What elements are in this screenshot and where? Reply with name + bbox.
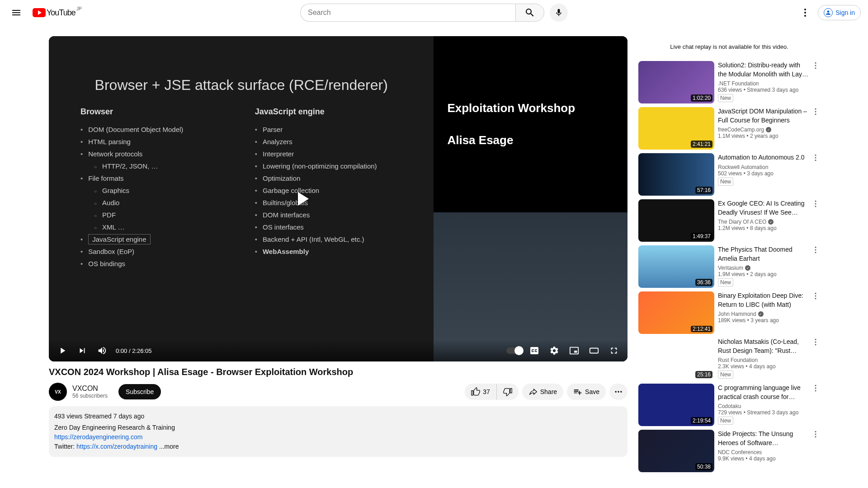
related-item[interactable]: 50:38 Side Projects: The Unsung Heroes o… — [638, 430, 820, 472]
settings-menu-button[interactable] — [796, 4, 814, 22]
related-item[interactable]: 1:02:20 Solution2: Distribu-ready with t… — [638, 61, 820, 103]
desc-link-1[interactable]: https://zerodayengineering.com — [54, 433, 142, 441]
more-actions-button[interactable] — [609, 384, 627, 400]
like-button[interactable]: 37 — [465, 384, 497, 400]
related-channel[interactable]: Rust Foundation — [718, 357, 809, 363]
related-menu-button[interactable] — [811, 245, 820, 256]
related-menu-button[interactable] — [811, 384, 820, 394]
related-title[interactable]: Side Projects: The Unsung Heroes of Soft… — [718, 430, 809, 447]
related-info: Side Projects: The Unsung Heroes of Soft… — [718, 430, 820, 472]
related-channel[interactable]: Codotaku — [718, 403, 809, 409]
related-title[interactable]: C programming language live practical cr… — [718, 384, 809, 401]
thumbnail[interactable]: 2:12:41 — [638, 291, 714, 334]
related-info: C programming language live practical cr… — [718, 384, 820, 426]
thumbnail[interactable]: 2:41:21 — [638, 107, 714, 150]
signin-button[interactable]: Sign in — [818, 5, 861, 20]
related-item[interactable]: 1:49:37 Ex Google CEO: AI Is Creating De… — [638, 199, 820, 242]
next-control[interactable] — [74, 343, 90, 359]
related-item[interactable]: 2:12:41 Binary Exploitation Deep Dive: R… — [638, 291, 820, 334]
channel-avatar[interactable]: VX — [49, 383, 67, 401]
related-channel[interactable]: freeCodeCamp.org ✓ — [718, 127, 809, 133]
thumbnail[interactable]: 25:16 — [638, 338, 714, 380]
fullscreen-icon — [609, 346, 619, 356]
play-button[interactable] — [298, 192, 309, 206]
kebab-icon — [811, 384, 820, 393]
dislike-button[interactable] — [497, 384, 519, 400]
thumbnail[interactable]: 1:49:37 — [638, 199, 714, 242]
svg-point-24 — [815, 298, 816, 299]
svg-point-22 — [815, 293, 816, 294]
show-more-button[interactable]: ...more — [159, 443, 179, 450]
related-meta: 9.9K views • 4 days ago — [718, 455, 809, 462]
desc-link-2[interactable]: https://x.com/zerodaytraining — [76, 443, 157, 450]
autoplay-toggle[interactable] — [506, 347, 523, 354]
related-menu-button[interactable] — [811, 107, 820, 118]
related-title[interactable]: Ex Google CEO: AI Is Creating Deadly Vir… — [718, 199, 809, 217]
search-icon — [524, 7, 535, 18]
header-right: Sign in — [770, 4, 861, 22]
captions-control[interactable] — [526, 343, 542, 359]
thumbnail[interactable]: 2:19:54 — [638, 384, 714, 426]
miniplayer-control[interactable] — [566, 343, 582, 359]
signin-label: Sign in — [835, 9, 855, 16]
related-item[interactable]: 2:19:54 C programming language live prac… — [638, 384, 820, 426]
fullscreen-control[interactable] — [606, 343, 622, 359]
svg-point-19 — [815, 247, 816, 248]
related-menu-button[interactable] — [811, 430, 820, 441]
volume-control[interactable] — [94, 343, 110, 359]
related-item[interactable]: 25:16 Nicholas Matsakis (Co-Lead, Rust D… — [638, 338, 820, 380]
channel-name[interactable]: VXCON — [72, 385, 108, 393]
related-title[interactable]: Solution2: Distribu-ready with the Modul… — [718, 61, 809, 79]
related-item[interactable]: 57:16 Automation to Autonomous 2.0 Rockw… — [638, 153, 820, 196]
verified-icon: ✓ — [745, 265, 750, 271]
related-menu-button[interactable] — [811, 153, 820, 164]
duration-badge: 25:16 — [695, 371, 712, 378]
related-meta: 729 views • Streamed 3 days ago — [718, 409, 809, 416]
svg-point-32 — [815, 434, 816, 435]
related-item[interactable]: 2:41:21 JavaScript DOM Manipulation – Fu… — [638, 107, 820, 150]
thumbnail[interactable]: 36:36 — [638, 245, 714, 288]
related-channel[interactable]: Rockwell Automation — [718, 164, 809, 170]
player-controls: 0:00 / 2:26:05 — [49, 340, 627, 361]
related-title[interactable]: Nicholas Matsakis (Co-Lead, Rust Design … — [718, 338, 809, 355]
video-player[interactable]: Browser + JSE attack surface (RCE/render… — [49, 36, 627, 361]
share-button[interactable]: Share — [522, 384, 563, 400]
subscribe-button[interactable]: Subscribe — [118, 384, 161, 399]
user-icon — [824, 8, 833, 17]
related-channel[interactable]: .NET Foundation — [718, 80, 809, 87]
svg-point-10 — [815, 108, 816, 110]
gear-icon — [549, 346, 559, 356]
thumbnail[interactable]: 57:16 — [638, 153, 714, 196]
related-title[interactable]: JavaScript DOM Manipulation – Full Cours… — [718, 107, 809, 125]
related-menu-button[interactable] — [811, 199, 820, 210]
verified-icon: ✓ — [766, 127, 771, 132]
related-channel[interactable]: Veritasium ✓ — [718, 265, 809, 271]
related-title[interactable]: Binary Exploitation Deep Dive: Return to… — [718, 291, 809, 309]
description-box[interactable]: 493 views Streamed 7 days ago Zero Day E… — [49, 406, 627, 457]
related-title[interactable]: The Physics That Doomed Amelia Earhart — [718, 245, 809, 263]
search-button[interactable] — [515, 4, 544, 22]
miniplayer-icon — [569, 346, 579, 356]
related-channel[interactable]: NDC Conferences — [718, 449, 809, 455]
svg-point-26 — [815, 342, 816, 343]
play-control[interactable] — [54, 343, 71, 359]
related-channel[interactable]: The Diary Of A CEO ✓ — [718, 219, 809, 225]
related-item[interactable]: 36:36 The Physics That Doomed Amelia Ear… — [638, 245, 820, 288]
related-menu-button[interactable] — [811, 338, 820, 348]
hamburger-menu[interactable] — [7, 4, 25, 22]
theater-control[interactable] — [586, 343, 602, 359]
voice-search-button[interactable] — [550, 4, 568, 22]
related-menu-button[interactable] — [811, 61, 820, 72]
related-title[interactable]: Automation to Autonomous 2.0 — [718, 153, 809, 162]
settings-control[interactable] — [546, 343, 562, 359]
svg-point-13 — [815, 155, 816, 156]
save-button[interactable]: Save — [567, 384, 606, 400]
related-menu-button[interactable] — [811, 291, 820, 302]
thumbnail[interactable]: 1:02:20 — [638, 61, 714, 103]
related-channel[interactable]: John Hammond ✓ — [718, 311, 809, 317]
kebab-icon — [811, 107, 820, 116]
search-input[interactable] — [300, 4, 515, 22]
youtube-logo[interactable]: YouTube JP — [33, 8, 75, 18]
slide-title: Browser + JSE attack surface (RCE/render… — [67, 77, 415, 94]
thumbnail[interactable]: 50:38 — [638, 430, 714, 472]
